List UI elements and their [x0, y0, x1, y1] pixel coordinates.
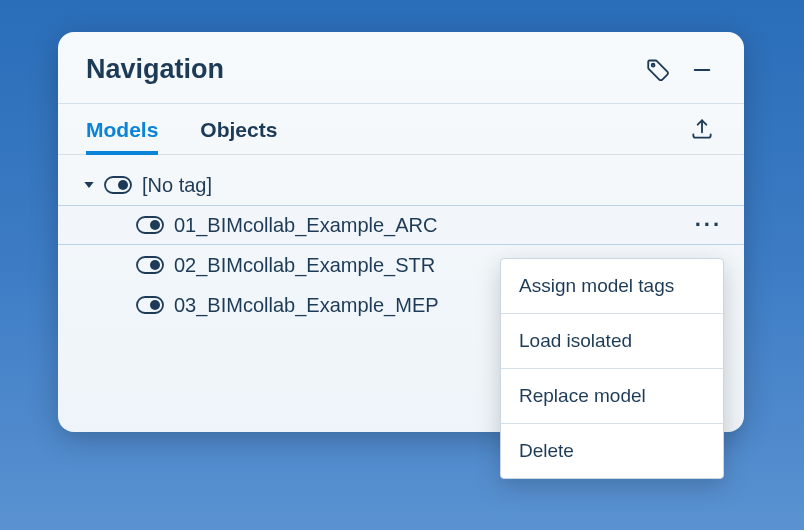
menu-item-delete[interactable]: Delete — [501, 424, 723, 478]
more-icon[interactable]: ··· — [689, 214, 728, 236]
tabs-row: Models Objects — [58, 104, 744, 155]
svg-point-9 — [150, 260, 160, 270]
tree-group-row[interactable]: [No tag] — [58, 165, 744, 205]
tag-icon[interactable] — [644, 56, 672, 84]
tab-objects[interactable]: Objects — [200, 104, 277, 154]
menu-item-load-isolated[interactable]: Load isolated — [501, 314, 723, 369]
visibility-toggle[interactable] — [104, 176, 132, 194]
panel-title: Navigation — [86, 54, 628, 85]
menu-item-assign-tags[interactable]: Assign model tags — [501, 259, 723, 314]
svg-point-5 — [118, 180, 128, 190]
context-menu: Assign model tags Load isolated Replace … — [500, 258, 724, 479]
tree-item[interactable]: 01_BIMcollab_Example_ARC ··· — [58, 205, 744, 245]
chevron-down-icon[interactable] — [80, 178, 98, 192]
visibility-toggle[interactable] — [136, 216, 164, 234]
minimize-icon[interactable] — [688, 56, 716, 84]
tree-group-label: [No tag] — [142, 174, 728, 197]
svg-point-0 — [652, 63, 655, 66]
visibility-toggle[interactable] — [136, 296, 164, 314]
tree-item-label: 01_BIMcollab_Example_ARC — [174, 214, 689, 237]
svg-point-11 — [150, 300, 160, 310]
visibility-toggle[interactable] — [136, 256, 164, 274]
upload-icon[interactable] — [688, 115, 716, 143]
svg-marker-3 — [84, 182, 93, 188]
menu-item-replace-model[interactable]: Replace model — [501, 369, 723, 424]
svg-point-7 — [150, 220, 160, 230]
tab-models[interactable]: Models — [86, 104, 158, 154]
panel-header: Navigation — [58, 32, 744, 104]
